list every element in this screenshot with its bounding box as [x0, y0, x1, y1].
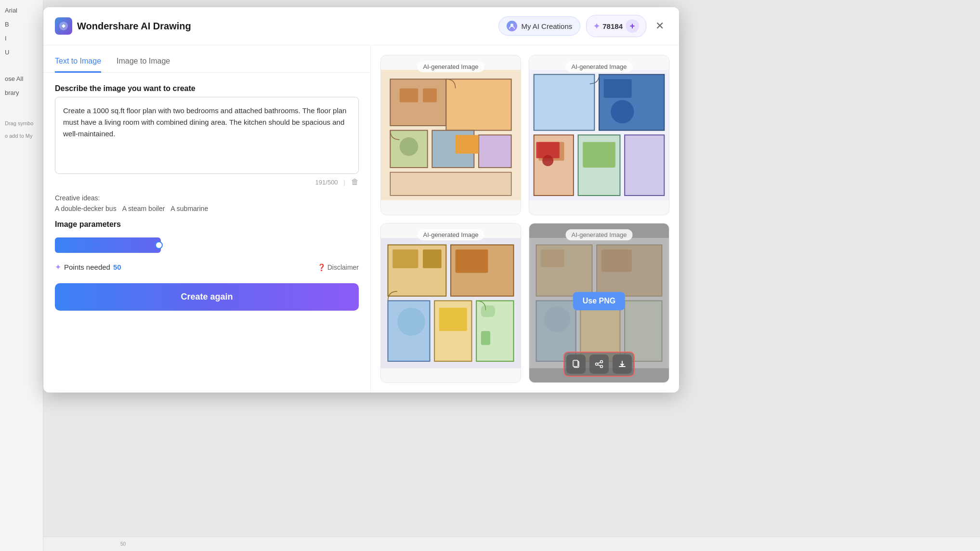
left-content: Describe the image you want to create 19…	[43, 73, 370, 393]
points-star-icon: ✦	[593, 22, 600, 31]
svg-rect-47	[601, 249, 632, 272]
svg-rect-37	[481, 305, 495, 317]
left-sidebar: Arial B I U ose All brary Drag symbo o a…	[0, 0, 43, 551]
image-params-section: Image parameters	[55, 220, 359, 253]
delete-prompt-button[interactable]: 🗑	[351, 178, 359, 186]
points-needed-label: Points needed	[64, 263, 110, 271]
idea-chip-2[interactable]: A submarine	[170, 205, 208, 212]
svg-rect-38	[481, 331, 490, 345]
svg-rect-46	[541, 249, 564, 267]
svg-rect-32	[392, 249, 418, 268]
creative-ideas-label: Creative ideas:	[55, 194, 359, 202]
add-points-button[interactable]: +	[626, 19, 639, 33]
svg-point-35	[397, 307, 425, 335]
creative-ideas-section: Creative ideas: A double-decker bus A st…	[55, 194, 359, 212]
svg-line-54	[598, 363, 601, 364]
svg-point-53	[601, 366, 603, 368]
image-card-4[interactable]: AI-generated Image Use PNG	[529, 223, 669, 383]
svg-rect-20	[604, 79, 632, 98]
svg-rect-6	[446, 79, 511, 130]
svg-rect-34	[456, 249, 488, 273]
svg-point-52	[596, 363, 598, 366]
image-params-title: Image parameters	[55, 220, 359, 229]
svg-rect-9	[390, 172, 511, 196]
tab-image-to-image[interactable]: Image to Image	[117, 53, 170, 73]
use-png-button[interactable]: Use PNG	[573, 292, 625, 310]
svg-rect-33	[423, 249, 442, 268]
share-button[interactable]	[589, 354, 609, 374]
disclaimer-button[interactable]: ❓ Disclaimer	[317, 263, 359, 271]
action-buttons-container	[563, 352, 635, 377]
svg-rect-23	[583, 142, 615, 168]
image-label-2: AI-generated Image	[566, 61, 633, 72]
modal-header: Wondershare AI Drawing My AI Creations ✦…	[43, 7, 679, 45]
points-needed-value: 50	[113, 263, 121, 271]
image-card-2[interactable]: AI-generated Image	[529, 55, 669, 215]
sidebar-underline[interactable]: U	[4, 47, 39, 58]
sidebar-library[interactable]: brary	[4, 87, 39, 98]
sidebar-add-hint: o add to My	[4, 131, 39, 141]
svg-rect-50	[573, 360, 578, 367]
close-modal-button[interactable]: ✕	[652, 18, 667, 34]
tab-text-to-image[interactable]: Text to Image	[55, 53, 101, 73]
prompt-input[interactable]	[55, 97, 359, 174]
sidebar-drag-hint: Drag symbo	[4, 118, 39, 128]
ideas-row: A double-decker bus A steam boiler A sub…	[55, 205, 359, 212]
idea-chip-0[interactable]: A double-decker bus	[55, 205, 117, 212]
svg-rect-4	[390, 79, 446, 126]
modal-body: Text to Image Image to Image Describe th…	[43, 45, 679, 393]
app-title: Wondershare AI Drawing	[77, 21, 191, 32]
my-creations-icon	[507, 21, 517, 31]
logo-area: Wondershare AI Drawing	[55, 17, 498, 35]
image-card-1[interactable]: AI-generated Image	[380, 55, 521, 215]
svg-rect-10	[400, 89, 418, 103]
floor-plan-svg-3	[381, 223, 521, 383]
svg-point-25	[542, 155, 553, 166]
image-label-3: AI-generated Image	[418, 229, 484, 240]
describe-title: Describe the image you want to create	[55, 84, 359, 93]
points-display: ✦ 78184 +	[586, 15, 646, 37]
image-label-4: AI-generated Image	[566, 229, 633, 240]
image-card-3[interactable]: AI-generated Image	[380, 223, 521, 383]
svg-point-51	[601, 361, 603, 363]
svg-line-55	[598, 365, 601, 366]
points-star-small-icon: ✦	[55, 262, 61, 272]
disclaimer-icon: ❓	[317, 263, 326, 271]
ruler-tick: 50	[120, 541, 126, 547]
left-panel: Text to Image Image to Image Describe th…	[43, 45, 371, 393]
create-again-button[interactable]: Create again	[55, 283, 359, 311]
param-bar[interactable]	[55, 237, 161, 253]
image-grid: AI-generated Image	[371, 45, 679, 393]
svg-rect-19	[625, 135, 664, 196]
sidebar-font-label: Arial	[4, 5, 39, 16]
svg-rect-13	[456, 135, 479, 154]
svg-rect-11	[423, 89, 437, 103]
sidebar-close-all[interactable]: ose All	[4, 73, 39, 84]
sidebar-italic[interactable]: I	[4, 33, 39, 44]
app-logo-icon	[55, 17, 72, 35]
svg-point-21	[611, 100, 634, 123]
copy-button[interactable]	[566, 354, 586, 374]
points-row: ✦ Points needed 50 ❓ Disclaimer	[55, 262, 359, 272]
textarea-footer: 191/500 | 🗑	[55, 178, 359, 186]
svg-point-1	[63, 25, 65, 27]
sidebar-bold[interactable]: B	[4, 19, 39, 30]
ruler: 50	[43, 537, 980, 551]
image-label-1: AI-generated Image	[418, 61, 484, 72]
download-button[interactable]	[613, 354, 632, 374]
header-right: My AI Creations ✦ 78184 + ✕	[498, 15, 667, 37]
points-count: 78184	[602, 22, 623, 30]
disclaimer-label: Disclaimer	[327, 263, 359, 271]
tabs-container: Text to Image Image to Image	[43, 45, 370, 73]
svg-rect-36	[439, 307, 467, 330]
svg-rect-8	[479, 135, 511, 168]
floor-plan-svg-2	[529, 55, 669, 215]
svg-point-48	[544, 306, 570, 332]
floor-plan-svg-1	[381, 55, 521, 215]
points-needed: ✦ Points needed 50	[55, 262, 121, 272]
my-creations-button[interactable]: My AI Creations	[498, 16, 580, 36]
idea-chip-1[interactable]: A steam boiler	[122, 205, 165, 212]
svg-point-2	[510, 24, 513, 26]
svg-point-12	[400, 137, 418, 156]
char-count: 191/500	[315, 179, 338, 186]
